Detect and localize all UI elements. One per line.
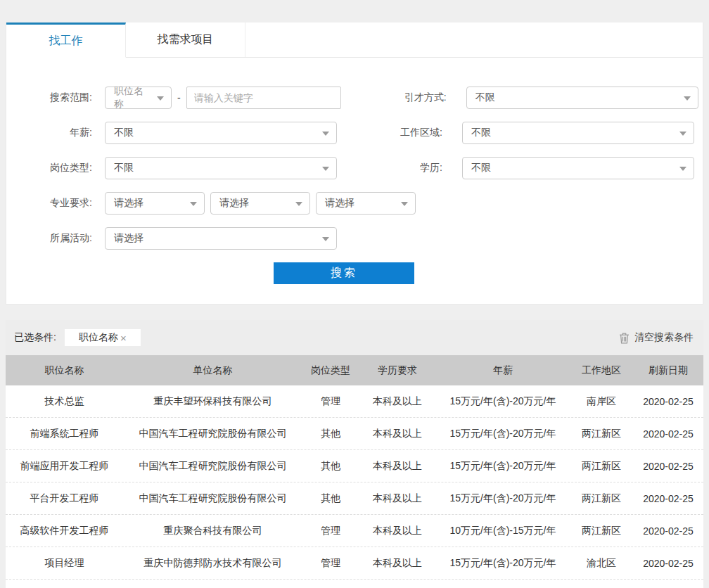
table-row[interactable]: 前端系统工程师中国汽车工程研究院股份有限公司其他本科及以上15万元/年(含)-2…: [6, 418, 703, 450]
results-panel: 已选条件: 职位名称 × 清空搜索条件 职位名称单位名称岗位类型学历要求年薪工作…: [6, 320, 703, 588]
filter-tag-label: 职位名称: [79, 331, 118, 344]
table-cell: 项目经理: [6, 557, 123, 570]
table-cell: 15万元/年(含)-20万元/年: [436, 460, 570, 473]
clear-search-label: 清空搜索条件: [634, 331, 694, 344]
table-cell: 两江新区: [570, 525, 633, 537]
talent-method-select[interactable]: 不限: [466, 87, 698, 109]
table-cell: 2020-02-25: [633, 525, 703, 537]
table-cell: 本科及以上: [359, 460, 436, 473]
table-cell: 两江新区: [570, 492, 633, 505]
chevron-down-icon: [679, 167, 686, 171]
table-cell: 本科及以上: [359, 492, 436, 505]
table-cell: 高级软件开发工程师: [6, 525, 123, 537]
chevron-down-icon: [679, 132, 686, 136]
major-select-1[interactable]: 请选择: [105, 192, 205, 215]
results-table-body: 技术总监重庆丰望环保科技有限公司管理本科及以上15万元/年(含)-20万元/年南…: [6, 385, 703, 580]
post-type-select[interactable]: 不限: [105, 157, 337, 179]
chevron-down-icon: [190, 202, 197, 206]
table-cell: 前端系统工程师: [6, 428, 123, 440]
table-header-cell: 职位名称: [6, 364, 123, 377]
chevron-down-icon: [322, 132, 329, 136]
table-cell: 管理: [302, 525, 359, 537]
form-row-post-type: 岗位类型: 不限 学历: 不限: [6, 157, 703, 179]
table-cell: 其他: [302, 492, 359, 505]
table-cell: 2020-02-25: [633, 396, 703, 407]
activity-label: 所属活动:: [6, 232, 92, 245]
table-cell: 中国汽车工程研究院股份有限公司: [123, 492, 302, 505]
tab-find-project[interactable]: 找需求项目: [126, 23, 245, 57]
table-cell: 管理: [302, 395, 359, 408]
work-area-label: 工作区域:: [337, 127, 442, 139]
salary-label: 年薪:: [6, 127, 92, 139]
table-cell: 本科及以上: [359, 428, 436, 440]
table-row[interactable]: 项目经理重庆中防德邦防水技术有限公司管理本科及以上15万元/年(含)-20万元/…: [6, 547, 703, 580]
major-value-1: 请选择: [114, 197, 143, 210]
search-scope-select[interactable]: 职位名称: [105, 87, 172, 109]
table-row[interactable]: 技术总监重庆丰望环保科技有限公司管理本科及以上15万元/年(含)-20万元/年南…: [6, 385, 703, 418]
table-cell: 15万元/年(含)-20万元/年: [436, 428, 570, 440]
table-cell: 重庆中防德邦防水技术有限公司: [123, 557, 302, 570]
table-cell: 渝北区: [570, 557, 633, 570]
table-cell: 两江新区: [570, 460, 633, 473]
keyword-input[interactable]: [186, 87, 341, 109]
table-cell: 重庆丰望环保科技有限公司: [123, 395, 302, 408]
table-cell: 2020-02-25: [633, 493, 703, 504]
clear-search-button[interactable]: 清空搜索条件: [619, 331, 694, 344]
education-value: 不限: [471, 162, 491, 174]
chevron-down-icon: [157, 96, 164, 101]
work-area-select[interactable]: 不限: [462, 122, 694, 144]
major-label: 专业要求:: [6, 197, 92, 210]
search-card: 找工作 找需求项目 搜索范围: 职位名称 - 引才方式: 不限 年薪: 不限: [6, 23, 703, 305]
chevron-down-icon: [322, 237, 329, 241]
selected-conditions-label: 已选条件:: [14, 331, 56, 344]
major-select-3[interactable]: 请选择: [316, 192, 416, 215]
table-cell: 技术总监: [6, 395, 123, 408]
table-cell: 其他: [302, 460, 359, 473]
table-cell: 中国汽车工程研究院股份有限公司: [123, 460, 302, 473]
search-button-row: 搜索: [6, 262, 703, 284]
form-row-major: 专业要求: 请选择 请选择 请选择: [6, 192, 703, 215]
table-row[interactable]: 前端应用开发工程师中国汽车工程研究院股份有限公司其他本科及以上15万元/年(含)…: [6, 450, 703, 482]
table-cell: 2020-02-25: [633, 428, 703, 440]
table-cell: 南岸区: [570, 395, 633, 408]
chevron-down-icon: [322, 167, 329, 171]
table-cell: 本科及以上: [359, 525, 436, 537]
selected-conditions-bar: 已选条件: 职位名称 × 清空搜索条件: [6, 320, 703, 355]
filter-tag[interactable]: 职位名称 ×: [65, 329, 141, 346]
search-button[interactable]: 搜索: [274, 262, 414, 284]
table-cell: 中国汽车工程研究院股份有限公司: [123, 428, 302, 440]
trash-icon: [619, 332, 630, 344]
table-header-cell: 工作地区: [570, 364, 633, 377]
table-row[interactable]: 平台开发工程师中国汽车工程研究院股份有限公司其他本科及以上15万元/年(含)-2…: [6, 482, 703, 515]
chevron-down-icon: [684, 96, 691, 101]
major-select-2[interactable]: 请选择: [210, 192, 310, 215]
search-scope-value: 职位名称: [114, 85, 153, 110]
table-header-cell: 岗位类型: [302, 364, 359, 377]
form-row-salary: 年薪: 不限 工作区域: 不限: [6, 122, 703, 144]
chevron-down-icon: [295, 202, 302, 206]
table-cell: 两江新区: [570, 428, 633, 440]
form-row-activity: 所属活动: 请选择: [6, 227, 703, 250]
table-cell: 本科及以上: [359, 395, 436, 408]
close-icon[interactable]: ×: [120, 332, 127, 344]
table-cell: 15万元/年(含)-20万元/年: [436, 395, 570, 408]
table-cell: 管理: [302, 557, 359, 570]
education-label: 学历:: [337, 162, 442, 174]
salary-select[interactable]: 不限: [105, 122, 337, 144]
table-cell: 15万元/年(含)-20万元/年: [436, 557, 570, 570]
talent-method-label: 引才方式:: [341, 91, 447, 104]
form-row-scope: 搜索范围: 职位名称 - 引才方式: 不限: [6, 87, 703, 109]
table-header-row: 职位名称单位名称岗位类型学历要求年薪工作地区刷新日期: [6, 355, 703, 385]
tab-find-job[interactable]: 找工作: [6, 23, 126, 58]
salary-value: 不限: [114, 127, 134, 139]
table-row[interactable]: 高级软件开发工程师重庆聚合科技有限公司管理本科及以上10万元/年(含)-15万元…: [6, 515, 703, 547]
search-form: 搜索范围: 职位名称 - 引才方式: 不限 年薪: 不限 工作区域: 不限: [6, 58, 703, 284]
post-type-value: 不限: [114, 162, 134, 174]
activity-value: 请选择: [114, 232, 143, 245]
dash-separator: -: [177, 92, 181, 103]
chevron-down-icon: [401, 202, 408, 206]
talent-method-value: 不限: [475, 91, 495, 104]
education-select[interactable]: 不限: [462, 157, 694, 179]
activity-select[interactable]: 请选择: [105, 227, 337, 250]
table-cell: 其他: [302, 428, 359, 440]
